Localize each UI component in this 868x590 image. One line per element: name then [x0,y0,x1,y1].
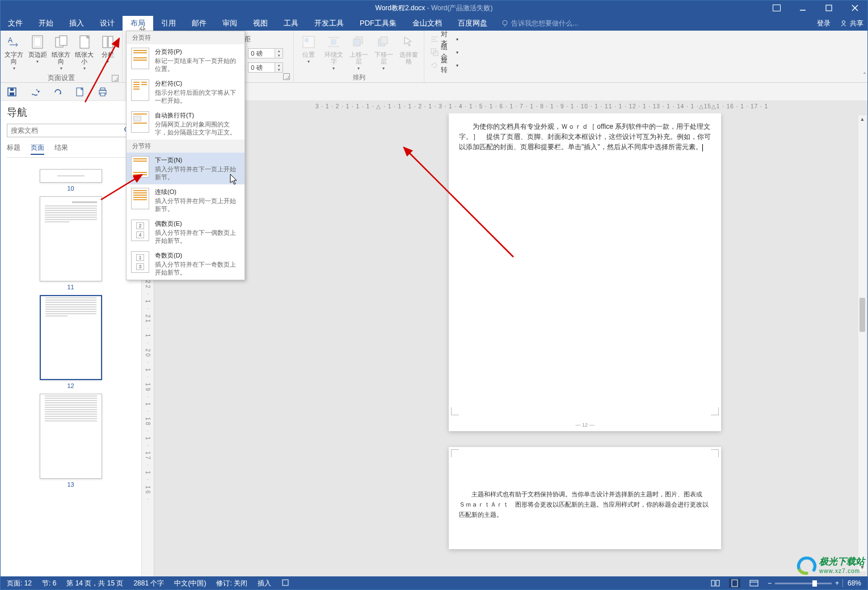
svg-rect-41 [711,580,715,586]
paragraph-launcher[interactable] [283,73,290,80]
close-button[interactable] [842,0,868,16]
break-odd-page[interactable]: 13奇数页(D)插入分节符并在下一奇数页上开始新节。 [127,248,245,280]
svg-rect-11 [60,36,67,45]
zoom-value[interactable]: 68% [842,579,861,587]
status-insert[interactable]: 插入 [258,579,271,588]
svg-rect-37 [100,93,105,96]
break-even-page[interactable]: 24偶数页(E)插入分节符并在下一偶数页上开始新节。 [127,216,245,248]
tab-baidu[interactable]: 百度网盘 [450,16,495,31]
svg-text:A: A [8,36,12,44]
size-button[interactable]: 纸张大小▾ [74,33,95,72]
tab-design[interactable]: 设计 [92,16,123,31]
macro-icon[interactable] [281,579,289,588]
zoom-slider[interactable] [775,583,832,584]
print-layout-icon[interactable] [729,579,740,588]
thumbnail-list[interactable]: 10 11 12 13 [7,162,134,572]
svg-rect-14 [108,36,113,48]
maximize-button[interactable] [816,0,842,16]
page-12[interactable]: 为使你的文档具有专业外观，Ｗｏｒｄ［ office 系列软件中的一款，用于处理文… [449,113,721,431]
web-layout-icon[interactable] [748,579,760,588]
svg-rect-33 [10,88,14,91]
tab-view[interactable]: 视图 [245,16,276,31]
svg-rect-18 [305,38,309,42]
wrap-text-button: 环绕文字▾ [322,33,345,72]
document-canvas[interactable]: 为使你的文档具有专业外观，Ｗｏｒｄ［ office 系列软件中的一款，用于处理文… [315,113,854,576]
read-mode-icon[interactable] [710,579,721,588]
page-13[interactable]: 主题和样式也有助于文档保持协调。当你单击设计并选择新的主题时，图片、图表或 Ｓｍ… [449,447,721,549]
margins-button[interactable]: 页边距▾ [27,33,48,65]
tab-devtools[interactable]: 开发工具 [306,16,352,31]
svg-rect-40 [283,580,288,585]
page-setup-launcher[interactable] [112,75,119,82]
horizontal-ruler[interactable]: 3 · 1 · 2 · 1 · 1 · 1 · △ · 1 · 1 · 1 · … [315,101,768,111]
tell-me-input[interactable]: 告诉我您想要做什么... [501,16,578,31]
redo-icon[interactable] [52,87,62,97]
tab-mailings[interactable]: 邮件 [184,16,214,31]
selection-pane-button[interactable]: 选择窗格 [397,33,420,66]
tab-review[interactable]: 审阅 [214,16,245,31]
svg-rect-32 [10,92,14,95]
zoom-out-icon[interactable]: − [768,579,772,587]
status-page[interactable]: 页面: 12 [7,579,32,588]
page-setup-group-label: 页面设置 [48,74,75,82]
break-continuous[interactable]: 连续(O)插入分节符并在同一页上开始新节。 [127,184,245,216]
window-controls [764,0,868,16]
tab-insert[interactable]: 插入 [61,16,92,31]
tab-file[interactable]: 文件 [0,16,31,31]
status-track[interactable]: 修订: 关闭 [216,579,247,588]
ribbon-display-icon[interactable] [764,0,790,16]
zoom-in-icon[interactable]: + [835,579,839,587]
svg-point-4 [503,20,507,25]
window-title: Word教程2.docx - Word(产品激活失败) [376,3,493,13]
status-bar: 页面: 12 节: 6 第 14 页，共 15 页 2881 个字 中文(中国)… [0,576,868,590]
new-icon[interactable] [75,87,85,97]
share-button[interactable]: 共享 [840,19,863,28]
minimize-button[interactable] [790,0,816,16]
thumbnail-13[interactable]: 13 [7,394,134,488]
svg-rect-25 [381,37,387,44]
nav-tabs: 标题 页面 结果 [7,142,134,158]
text-direction-button[interactable]: A文字方向▾ [3,33,24,72]
nav-tab-pages[interactable]: 页面 [31,142,44,155]
tab-pdf[interactable]: PDF工具集 [352,16,404,31]
break-column[interactable]: 分栏符(C)指示分栏符后面的文字将从下一栏开始。 [127,76,245,108]
thumbnail-10[interactable]: 10 [7,169,134,192]
svg-rect-19 [331,39,336,45]
collapse-ribbon-icon[interactable]: ˆ [863,72,866,80]
status-section[interactable]: 节: 6 [42,579,56,588]
break-textwrap[interactable]: 自动换行符(T)分隔网页上的对象周围的文字，如分隔题注文字与正文。 [127,108,245,140]
break-next-page[interactable]: 下一页(N)插入分节符并在下一页上开始新节。 [127,153,245,184]
zoom-control[interactable]: − + 68% [768,579,861,587]
document-area: 27 · 1 · 26 · 1 · 25 · 1 · 24 · 1 · 23 ·… [142,101,868,576]
tab-references[interactable]: 引用 [153,16,184,31]
columns-button[interactable]: 分栏▾ [98,33,119,65]
rotate-button: 旋转▾ [428,59,461,71]
paragraph-text[interactable]: 为使你的文档具有专业外观，Ｗｏｒｄ［ office 系列软件中的一款，用于处理文… [459,121,711,152]
status-language[interactable]: 中文(中国) [174,579,206,588]
nav-search-input[interactable] [7,124,134,137]
spacing-before-input[interactable]: 0 磅▲▼ [248,48,283,59]
status-page-count[interactable]: 第 14 页，共 15 页 [66,579,123,588]
thumbnail-11[interactable]: 11 [7,196,134,290]
page-number: — 12 — [575,422,594,428]
undo-icon[interactable]: ▾ [30,87,40,97]
title-bar: Word教程2.docx - Word(产品激活失败) [0,0,868,16]
save-icon[interactable] [7,87,17,97]
tab-tools[interactable]: 工具 [276,16,306,31]
spacing-after-input[interactable]: 0 磅▲▼ [248,62,283,73]
nav-tab-results[interactable]: 结果 [54,142,68,155]
tab-home[interactable]: 开始 [31,16,61,31]
svg-rect-36 [100,88,105,90]
status-word-count[interactable]: 2881 个字 [133,579,164,588]
thumbnail-12[interactable]: 12 [7,295,134,389]
share-icon [840,19,848,27]
svg-rect-13 [103,36,107,48]
vertical-scrollbar[interactable]: ▲▼ [858,115,867,572]
orientation-button[interactable]: 纸张方向▾ [50,33,71,72]
paragraph-text-2[interactable]: 主题和样式也有助于文档保持协调。当你单击设计并选择新的主题时，图片、图表或 Ｓｍ… [459,489,711,520]
break-page[interactable]: 分页符(P)标记一页结束与下一页开始的位置。 [127,44,245,76]
print-icon[interactable] [98,87,108,97]
login-link[interactable]: 登录 [817,19,831,28]
tab-wps[interactable]: 金山文档 [404,16,450,31]
nav-tab-headings[interactable]: 标题 [7,142,20,155]
